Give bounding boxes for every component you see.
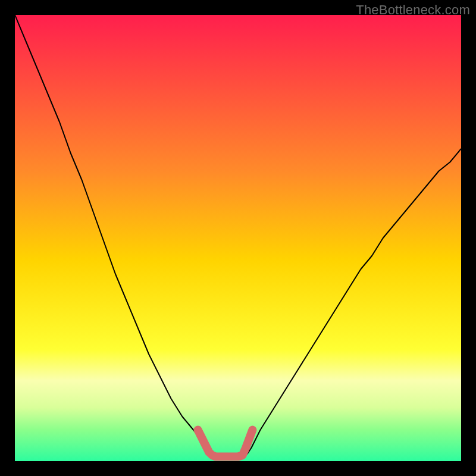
chart-frame: TheBottleneck.com	[0, 0, 476, 476]
chart-svg	[15, 15, 461, 461]
chart-plot	[15, 15, 461, 461]
chart-background	[15, 15, 461, 461]
watermark-text: TheBottleneck.com	[356, 2, 470, 18]
